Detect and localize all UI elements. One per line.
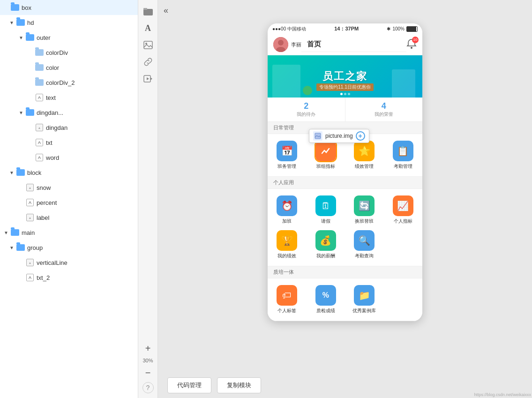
toggle-dingdan[interactable]: ▼ (19, 110, 25, 115)
icon-kaoqin[interactable]: 📋 考勤管理 (384, 138, 423, 173)
folder-icon-color (35, 64, 44, 71)
icon-kaoqin-label: 考勤管理 (394, 163, 412, 170)
tree-item-hd[interactable]: ▼ hd (0, 15, 138, 30)
folder-icon-main (10, 229, 20, 236)
stats-row: 2 我的待办 4 我的荣誉 (268, 98, 422, 122)
text-icon-text: A (35, 94, 44, 101)
svg-marker-6 (147, 77, 149, 80)
icon-gerenbiaoqian-img: 🏷 (277, 285, 297, 306)
section-title-personal: 个人应用 (268, 177, 422, 189)
tree-item-box[interactable]: box (0, 0, 138, 15)
icon-banzhibiao[interactable]: 班组指标 (307, 138, 345, 173)
tree-item-snow[interactable]: snow (0, 180, 138, 195)
zoom-out-button[interactable]: − (141, 365, 156, 380)
copy-module-button[interactable]: 复制模块 (217, 377, 261, 393)
app-header: 李丽 首页 10 (268, 34, 422, 55)
notification-bell[interactable]: 10 (406, 38, 417, 51)
phone-frame: ●●●00 中国移动 14：37PM ✱ 100% 李丽 首页 10 (268, 23, 422, 321)
icon-youxiuanli[interactable]: 📁 优秀案例库 (345, 282, 384, 317)
tree-item-colorDiv[interactable]: colorDiv (0, 45, 138, 60)
tree-item-main[interactable]: ▼ main (0, 225, 138, 240)
toggle-group[interactable]: ▼ (9, 245, 16, 250)
text-icon-percent: A (25, 199, 35, 206)
tool-text[interactable]: A (141, 21, 156, 36)
svg-marker-5 (150, 77, 152, 80)
collapse-button[interactable]: « (164, 6, 168, 15)
picture-overlay-label: picture.img (325, 133, 353, 139)
tool-video[interactable] (141, 71, 156, 86)
tree-item-word[interactable]: A word (0, 150, 138, 165)
icon-jiaban-img: ⏰ (277, 195, 297, 216)
dot-3 (348, 93, 350, 95)
tree-item-txt2[interactable]: A txt_2 (0, 270, 138, 285)
icon-gerenzbiao-label: 个人指标 (394, 218, 412, 225)
banner-building-right (392, 69, 415, 98)
phone-preview: ●●●00 中国移动 14：37PM ✱ 100% 李丽 首页 10 (268, 23, 422, 321)
help-button[interactable]: ? (142, 382, 154, 393)
tree-item-outer[interactable]: ▼ outer (0, 30, 138, 45)
toggle-block[interactable]: ▼ (9, 170, 16, 175)
icon-zhijianchengji-img: % (315, 285, 336, 306)
svg-point-10 (411, 47, 412, 49)
code-management-button[interactable]: 代码管理 (167, 377, 211, 393)
zoom-in-button[interactable]: + (141, 341, 156, 356)
icon-kaoqin-img: 📋 (393, 141, 413, 161)
tree-item-dingdan[interactable]: ▼ dingdan... (0, 105, 138, 120)
tree-item-text[interactable]: A text (0, 90, 138, 105)
icon-kaoqinchaxun[interactable]: 🔍 考勤查询 (345, 227, 384, 262)
toggle-outer[interactable]: ▼ (19, 35, 25, 40)
tree-item-colorDiv2[interactable]: colorDiv_2 (0, 75, 138, 90)
svg-rect-1 (143, 8, 147, 10)
icon-zhijianchengji[interactable]: % 质检成绩 (307, 282, 345, 317)
tool-link[interactable] (141, 54, 156, 69)
icon-jixiao-label: 绩效管理 (355, 163, 374, 170)
folder-icon-box (10, 4, 20, 11)
toggle-hd[interactable]: ▼ (9, 20, 16, 25)
icon-xinchuo[interactable]: 💰 我的薪酬 (307, 227, 345, 262)
icon-banzhibiao-img (315, 141, 336, 161)
icon-jixiao-img: ⭐ (354, 141, 375, 161)
signal-text: ●●●00 中国移动 (272, 26, 306, 32)
tree-item-group[interactable]: ▼ group (0, 240, 138, 255)
tree-label-group: group (27, 244, 43, 251)
icon-wodejixiao[interactable]: 🏆 我的绩效 (268, 227, 307, 262)
middle-toolbar: A + 30% − ? (138, 0, 158, 398)
icon-xinchuo-label: 我的薪酬 (316, 253, 335, 259)
icon-jixiao[interactable]: ⭐ 绩效管理 (345, 138, 384, 173)
tree-item-color[interactable]: color (0, 60, 138, 75)
folder-icon-hd (16, 19, 25, 26)
icon-qingjia-img: 🗓 (315, 195, 336, 216)
stat-item-pending[interactable]: 2 我的待办 (268, 98, 345, 121)
tool-image[interactable] (141, 38, 156, 53)
tree-item-verticalLine[interactable]: verticalLine (0, 255, 138, 270)
tree-label-colorDiv: colorDiv (46, 49, 68, 56)
tree-label-word: word (46, 154, 59, 161)
picture-add-button[interactable]: + (356, 131, 365, 141)
tool-folder[interactable] (141, 4, 156, 19)
icon-huanban-img: 🔄 (354, 195, 375, 216)
stat-item-honor[interactable]: 4 我的荣誉 (345, 98, 423, 121)
notification-badge: 10 (412, 37, 419, 43)
status-time: 14：37PM (334, 25, 359, 32)
tree-label-outer: outer (37, 34, 51, 41)
tree-item-dingdan-img[interactable]: dingdan (0, 120, 138, 135)
dot-1 (340, 93, 343, 95)
tree-item-txt[interactable]: A txt (0, 135, 138, 150)
icon-huanban[interactable]: 🔄 换班替班 (345, 193, 384, 227)
user-avatar (273, 37, 288, 52)
app-title: 首页 (301, 37, 406, 52)
tree-item-block[interactable]: ▼ block (0, 165, 138, 180)
icon-qingjia[interactable]: 🗓 请假 (307, 193, 345, 227)
tree-label-color: color (46, 64, 59, 71)
tree-label-colorDiv2: colorDiv_2 (46, 79, 75, 86)
svg-rect-2 (144, 41, 152, 49)
icon-gerenzbiao[interactable]: 📈 个人指标 (384, 193, 423, 227)
tree-item-label[interactable]: label (0, 210, 138, 225)
icon-gerenzbiao-img: 📈 (393, 195, 413, 216)
icon-jiaban[interactable]: ⏰ 加班 (268, 193, 307, 227)
icon-banwu[interactable]: 📅 班务管理 (268, 138, 307, 173)
tree-label-txt2: txt_2 (37, 274, 50, 281)
icon-gerenbiaoqian[interactable]: 🏷 个人标签 (268, 282, 307, 317)
tree-item-percent[interactable]: A percent (0, 195, 138, 210)
toggle-main[interactable]: ▼ (4, 230, 10, 235)
